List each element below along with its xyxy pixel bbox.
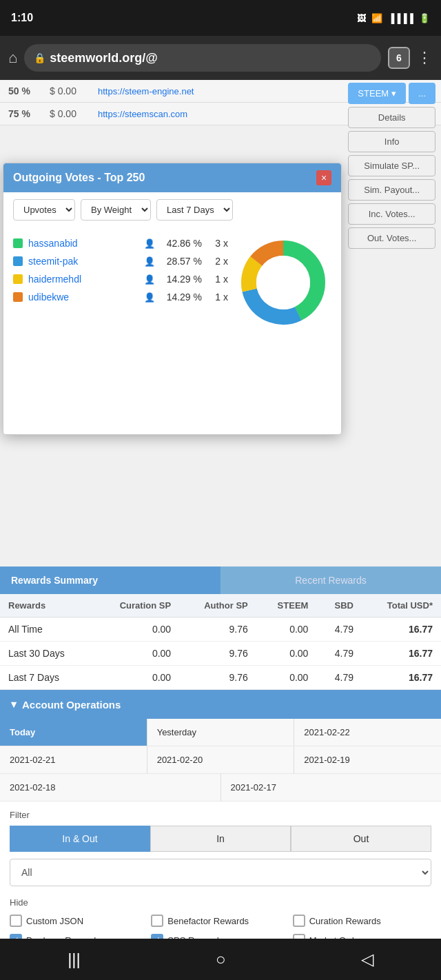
date-2021-02-19[interactable]: 2021-02-19 [294,746,441,773]
filter-in-out-button[interactable]: In & Out [10,826,150,852]
vote-name-3[interactable]: udibekwe [28,292,139,303]
hide-item-0[interactable]: Custom JSON [10,915,148,927]
date-2021-02-18[interactable]: 2021-02-18 [0,774,220,801]
account-ops-title: Account Operations [22,699,121,711]
rewards-cell-2-2: 9.76 [179,666,256,690]
date-2021-02-21[interactable]: 2021-02-21 [0,746,147,773]
hide-checkbox-0[interactable] [10,915,22,927]
rewards-cell-1-0: Last 30 Days [0,642,93,666]
wifi-icon: 📶 [371,13,382,23]
date-2021-02-17[interactable]: 2021-02-17 [221,774,442,801]
rewards-summary-section: Rewards Summary Recent Rewards RewardsCu… [0,566,441,690]
vote-name-0[interactable]: hassanabid [28,238,139,249]
hide-item-1[interactable]: Benefactor Rewards [151,915,289,927]
filter-in-button[interactable]: In [150,826,291,852]
status-icons: 🖼 📶 ▐▐▐▐ 🔋 [357,13,430,23]
rewards-col-1: Curation SP [93,594,179,617]
url-bar[interactable]: 🔒 steemworld.org/@ [24,44,381,72]
rewards-summary-bar: Rewards Summary Recent Rewards [0,566,441,594]
donut-chart [235,234,331,331]
sort-select[interactable]: By Weight [81,199,151,221]
rewards-table-body: All Time0.009.760.004.7916.77Last 30 Day… [0,617,441,690]
bg-link-1[interactable]: https://steem-engine.net [98,86,194,96]
vote-name-1[interactable]: steemit-pak [28,256,139,267]
vote-pct-2: 14.29 % [161,274,202,285]
nav-back-icon[interactable]: ||| [68,950,81,969]
rewards-summary-tab[interactable]: Rewards Summary [0,566,220,594]
tab-count[interactable]: 6 [388,47,410,69]
hide-item-label-1: Benefactor Rewards [167,916,249,926]
bg-pct-1: 50 % [8,85,50,96]
vote-color-3 [13,292,23,302]
filter-all-select[interactable]: All [10,859,431,886]
image-icon: 🖼 [357,13,366,23]
details-button[interactable]: Details [348,107,435,128]
vote-count-0: 3 x [207,238,228,249]
signal-icon: ▐▐▐▐ [388,13,413,23]
date-today[interactable]: Today [0,719,147,746]
hide-checkbox-2[interactable] [293,915,305,927]
outgoing-votes-modal: Outgoing Votes - Top 250 × Upvotes By We… [3,163,342,435]
modal-close-button[interactable]: × [316,170,331,185]
nav-recent-icon[interactable]: ◁ [361,950,373,969]
rewards-cell-0-1: 0.00 [93,617,179,642]
account-ops-chevron: ▾ [11,698,17,711]
rewards-col-3: STEEM [256,594,317,617]
steem-dots: ... [418,88,426,99]
vote-item-0: hassanabid 👤 42.86 % 3 x [13,234,228,252]
vote-person-icon-1: 👤 [144,256,155,267]
recent-rewards-tab[interactable]: Recent Rewards [220,566,441,594]
rewards-cell-2-4: 4.79 [316,666,362,690]
rewards-cell-1-3: 0.00 [256,642,317,666]
date-yesterday[interactable]: Yesterday [147,719,294,746]
vote-color-0 [13,238,23,248]
steem-button[interactable]: STEEM ▾ [348,83,406,104]
date-2021-02-20[interactable]: 2021-02-20 [147,746,294,773]
account-ops-header: ▾ Account Operations [0,690,441,719]
hide-label: Hide [10,897,431,908]
steem-dots-button[interactable]: ... [409,83,435,104]
rewards-cell-1-2: 9.76 [179,642,256,666]
browser-bar: ⌂ 🔒 steemworld.org/@ 6 ⋮ [0,36,441,80]
filter-label: Filter [10,810,431,820]
rewards-col-2: Author SP [179,594,256,617]
vote-item-3: udibekwe 👤 14.29 % 1 x [13,288,228,306]
vote-list: hassanabid 👤 42.86 % 3 x steemit-pak 👤 2… [13,234,228,427]
vote-name-2[interactable]: haidermehdl [28,274,139,285]
rewards-cell-1-5: 16.77 [362,642,441,666]
rewards-cell-2-5: 16.77 [362,666,441,690]
url-text[interactable]: steemworld.org/@ [50,51,158,65]
background-content: 50 % $ 0.00 https://steem-engine.net 75 … [0,80,441,566]
vote-type-select[interactable]: Upvotes [13,199,75,221]
status-bar: 1:10 🖼 📶 ▐▐▐▐ 🔋 [0,0,441,36]
vote-person-icon-0: 👤 [144,238,155,249]
svg-point-5 [256,256,310,309]
filter-out-button[interactable]: Out [291,826,431,852]
inc-votes-button[interactable]: Inc. Votes... [348,203,435,225]
vote-item-2: haidermehdl 👤 14.29 % 1 x [13,270,228,288]
info-button[interactable]: Info [348,131,435,152]
rewards-row-2: Last 7 Days0.009.760.004.7916.77 [0,666,441,690]
rewards-row-1: Last 30 Days0.009.760.004.7916.77 [0,642,441,666]
date-2021-02-22[interactable]: 2021-02-22 [294,719,441,746]
rewards-table-header: RewardsCuration SPAuthor SPSTEEMSBDTotal… [0,594,441,617]
sim-payout-button[interactable]: Sim. Payout... [348,179,435,201]
vote-person-icon-2: 👤 [144,274,155,285]
vote-count-1: 2 x [207,256,228,267]
period-select[interactable]: Last 7 Days [156,199,233,221]
rewards-cell-2-0: Last 7 Days [0,666,93,690]
bg-link-2[interactable]: https://steemscan.com [98,109,187,119]
steem-arrow: ▾ [391,88,396,99]
hide-item-2[interactable]: Curation Rewards [293,915,431,927]
vote-color-2 [13,274,23,284]
nav-home-icon[interactable]: ○ [216,950,226,969]
home-icon[interactable]: ⌂ [8,49,17,67]
modal-title: Outgoing Votes - Top 250 [13,172,145,184]
vote-pct-1: 28.57 % [161,256,202,267]
account-operations-section: ▾ Account Operations Today Yesterday 202… [0,690,441,801]
hide-checkbox-1[interactable] [151,915,163,927]
simulate-sp-button[interactable]: Simulate SP... [348,155,435,176]
menu-dots[interactable]: ⋮ [417,49,433,67]
rewards-cell-1-4: 4.79 [316,642,362,666]
out-votes-button[interactable]: Out. Votes... [348,227,435,249]
